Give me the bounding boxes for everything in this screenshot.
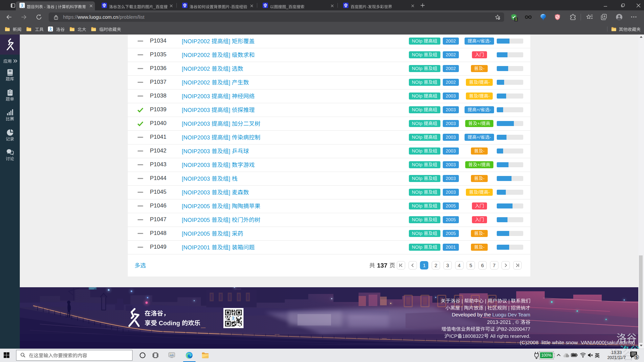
svg-text:du: du — [345, 5, 347, 7]
svg-text:du: du — [184, 5, 186, 7]
svg-text:du: du — [264, 5, 266, 7]
svg-text:du: du — [103, 5, 105, 7]
svg-text:5: 5 — [635, 355, 638, 360]
